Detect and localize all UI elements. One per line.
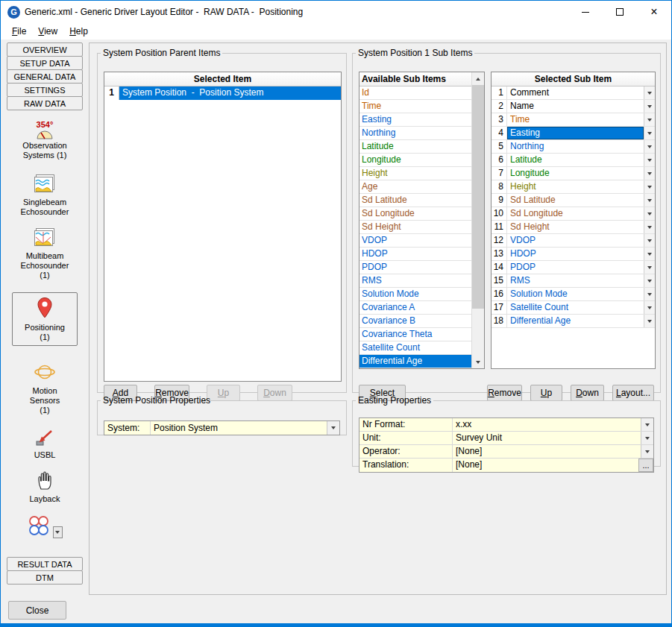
available-sub-item[interactable]: Age (359, 180, 471, 194)
sidebar-item-motion-sensors[interactable]: Motion Sensors (1) (25, 362, 64, 415)
selected-sub-items-table[interactable]: Selected Sub Item 1Comment2Name3Time4Eas… (491, 72, 656, 369)
dropdown-arrow-icon[interactable] (644, 100, 655, 113)
available-sub-item[interactable]: Covariance B (359, 315, 471, 328)
parent-items-table[interactable]: Selected Item 1 System Position - Positi… (104, 72, 342, 382)
available-sub-item[interactable]: RMS (359, 274, 471, 288)
parent-item-value[interactable]: System Position - Position System (119, 86, 341, 100)
dropdown-arrow-icon[interactable] (644, 86, 655, 99)
unit-combobox[interactable]: Survey Unit (453, 432, 641, 444)
menu-help[interactable]: Help (63, 25, 94, 38)
available-sub-item[interactable]: HDOP (359, 248, 471, 261)
sub-item-value[interactable]: PDOP (507, 261, 644, 274)
close-dialog-button[interactable]: Close (8, 601, 66, 620)
system-combobox[interactable]: Position System (151, 421, 327, 435)
minimize-button[interactable] (568, 1, 603, 23)
scroll-up-button[interactable] (472, 72, 484, 85)
available-sub-item[interactable]: Differential Age (359, 355, 471, 368)
sub-item-value[interactable]: Differential Age (507, 315, 644, 327)
unit-dropdown-button[interactable] (641, 432, 653, 444)
selected-sub-item-row[interactable]: 9Sd Latitude (492, 194, 655, 207)
dropdown-arrow-icon[interactable] (644, 301, 655, 314)
sub-item-value[interactable]: Sd Longitude (507, 207, 644, 220)
available-sub-item[interactable]: Covariance Theta (359, 328, 471, 341)
menu-file[interactable]: File (6, 25, 32, 38)
sub-item-value[interactable]: Solution Mode (507, 288, 644, 300)
menu-view[interactable]: View (32, 25, 63, 38)
selected-sub-item-row[interactable]: 17Satellite Count (492, 301, 655, 315)
sidebar-item-usbl[interactable]: USBL (18, 429, 72, 460)
sub-item-value[interactable]: Longitude (507, 167, 644, 180)
sub-item-value[interactable]: Time (507, 113, 644, 126)
tab-setup-data[interactable]: SETUP DATA (7, 56, 83, 70)
sub-item-value[interactable]: Sd Height (507, 221, 644, 233)
nr-format-combobox[interactable]: x.xx (453, 418, 641, 431)
system-dropdown-button[interactable] (327, 421, 339, 435)
dropdown-arrow-icon[interactable] (644, 315, 655, 327)
operator-dropdown-button[interactable] (641, 445, 653, 458)
parent-item-row[interactable]: 1 System Position - Position System (104, 86, 341, 100)
dropdown-arrow-icon[interactable] (644, 261, 655, 274)
tab-raw-data[interactable]: RAW DATA (7, 96, 83, 110)
dropdown-arrow-icon[interactable] (644, 274, 655, 287)
selected-sub-item-row[interactable]: 10Sd Longitude (492, 207, 655, 221)
sub-item-value[interactable]: HDOP (507, 248, 644, 260)
available-sub-item[interactable]: Latitude (359, 140, 471, 154)
sidebar-item-singlebeam-echosounder[interactable]: Singlebeam Echosounder (19, 174, 71, 217)
dropdown-arrow-icon[interactable] (644, 167, 655, 180)
sidebar-more-dropdown-button[interactable] (53, 526, 63, 538)
selected-sub-item-row[interactable]: 6Latitude (492, 154, 655, 167)
tab-settings[interactable]: SETTINGS (7, 83, 83, 97)
available-sub-item[interactable]: Sd Longitude (359, 207, 471, 221)
selected-sub-item-row[interactable]: 5Northing (492, 140, 655, 154)
available-sub-item[interactable]: Covariance A (359, 301, 471, 315)
dropdown-arrow-icon[interactable] (644, 140, 655, 153)
tab-general-data[interactable]: GENERAL DATA (7, 69, 83, 84)
selected-sub-item-row[interactable]: 11Sd Height (492, 221, 655, 234)
available-sub-item[interactable]: Satellite Count (359, 341, 471, 355)
dropdown-arrow-icon[interactable] (644, 248, 655, 260)
available-sub-items-list[interactable]: IdTimeEastingNorthingLatitudeLongitudeHe… (359, 86, 471, 368)
sub-item-value[interactable]: RMS (507, 274, 644, 287)
sub-item-value[interactable]: Latitude (507, 154, 644, 166)
available-sub-item[interactable]: Easting (359, 113, 471, 127)
available-sub-item[interactable]: Sd Height (359, 221, 471, 234)
selected-sub-item-row[interactable]: 14PDOP (492, 261, 655, 274)
sub-item-value[interactable]: Comment (507, 86, 644, 99)
scrollbar-thumb[interactable] (472, 85, 484, 309)
sub-item-value[interactable]: Easting (507, 127, 644, 139)
tab-dtm[interactable]: DTM (7, 570, 83, 585)
sidebar-item-positioning[interactable]: Positioning (1) (12, 292, 78, 346)
operator-combobox[interactable]: [None] (453, 445, 641, 458)
maximize-button[interactable] (603, 1, 637, 23)
dropdown-arrow-icon[interactable] (644, 234, 655, 247)
sidebar-item-observation-systems[interactable]: 354° Observation Systems (1) (21, 120, 69, 160)
translation-field[interactable]: [None] (453, 459, 638, 472)
selected-sub-item-row[interactable]: 15RMS (492, 274, 655, 288)
scroll-down-button[interactable] (472, 356, 484, 368)
available-sub-item[interactable]: Time (359, 100, 471, 113)
sub-item-value[interactable]: VDOP (507, 234, 644, 247)
available-sub-item[interactable]: Height (359, 167, 471, 180)
dropdown-arrow-icon[interactable] (644, 127, 655, 139)
sub-item-value[interactable]: Sd Latitude (507, 194, 644, 207)
sub-item-value[interactable]: Name (507, 100, 644, 113)
translation-browse-button[interactable]: ... (638, 459, 653, 472)
available-sub-item[interactable]: VDOP (359, 234, 471, 248)
selected-sub-item-row[interactable]: 7Longitude (492, 167, 655, 180)
close-window-button[interactable]: × (637, 1, 671, 23)
dropdown-arrow-icon[interactable] (644, 221, 655, 233)
sidebar-item-more[interactable] (28, 515, 63, 538)
sub-item-value[interactable]: Northing (507, 140, 644, 153)
available-list-scrollbar[interactable] (471, 72, 484, 368)
dropdown-arrow-icon[interactable] (644, 288, 655, 300)
tab-overview[interactable]: OVERVIEW (7, 42, 83, 57)
sidebar-item-multibeam-echosounder[interactable]: Multibeam Echosounder (1) (19, 227, 71, 280)
tab-result-data[interactable]: RESULT DATA (7, 557, 83, 571)
selected-sub-item-row[interactable]: 3Time (492, 113, 655, 127)
sub-item-value[interactable]: Satellite Count (507, 301, 644, 314)
available-sub-item[interactable]: Sd Latitude (359, 194, 471, 207)
selected-sub-item-row[interactable]: 4Easting (492, 127, 655, 140)
available-sub-item[interactable]: Northing (359, 127, 471, 140)
available-sub-item[interactable]: PDOP (359, 261, 471, 274)
available-sub-item[interactable]: Longitude (359, 154, 471, 167)
